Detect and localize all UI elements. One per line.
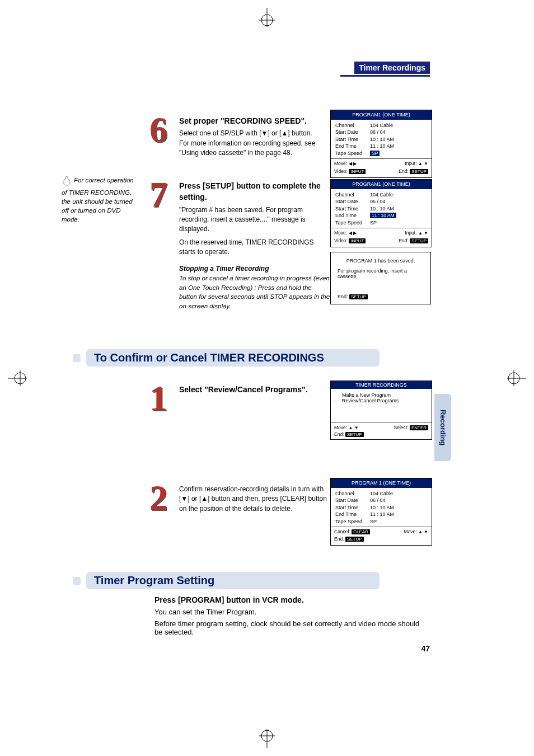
osd6-r3-label: End Time (335, 143, 370, 150)
clear-btn-icon: CLEAR (352, 529, 370, 534)
osdc-r3-label: End Time (335, 511, 370, 518)
osdc-title: PROGRAM 1 (ONE TIME) (331, 478, 432, 488)
step7-line2: On the reserved time, TIMER RECORDINGS s… (179, 238, 330, 257)
osdc-r2-value: 10 : 10 AM (370, 504, 427, 511)
osdc-r0-label: Channel (335, 490, 370, 497)
osd7-r0-value: 104 Cable (370, 191, 427, 199)
osd7-r1-value: 06 / 04 (370, 198, 427, 205)
crop-mark-top (256, 8, 278, 27)
enter-btn-icon: ENTER (410, 425, 428, 430)
header-rule (340, 75, 430, 77)
up-down-icon: ▲ ▼ (418, 529, 428, 535)
osd6-input-lbl: Input: (405, 161, 416, 166)
osd7-r4-value: SP (370, 219, 427, 227)
tip-text: For correct operation of TIMER RECORDING… (62, 177, 134, 223)
menu-select-lbl: Select: (394, 425, 409, 430)
setup-btn-icon: SETUP (345, 537, 364, 542)
osd6-move-lbl: Move: (334, 161, 347, 166)
osd7-end-lbl: End: (399, 238, 409, 243)
step7-italic: To stop or cancel a timer recording in p… (179, 274, 330, 311)
osd6-r1-label: Start Date (335, 129, 370, 136)
osd7-r3-label: End Time (335, 212, 370, 219)
bottom-line1: You can set the Timer Program. (154, 608, 429, 616)
osd-program1-step7: PROGRAM1 (ONE TIME) Channel104 Cable Sta… (330, 179, 432, 247)
osd6-r4-value: SP (370, 151, 380, 156)
setup-btn-icon: SETUP (410, 238, 428, 243)
step-number-6: 6 (144, 112, 172, 148)
osd6-end-lbl: End: (399, 168, 409, 174)
left-right-icon: ◀ ▶ (349, 161, 357, 167)
sidebar-label: Recording (439, 410, 447, 445)
osd7-r2-label: Start Time (335, 205, 370, 213)
osdc-r4-value: SP (370, 518, 427, 525)
osdc-r3-value: 11 : 10 AM (370, 511, 427, 518)
osd-saved-message: PROGRAM 1 has been saved. For program re… (330, 252, 431, 304)
osd7-r3-value: 11 : 10 AM (370, 213, 396, 218)
section-timer-title: Timer Program Setting (86, 572, 380, 589)
osd6-r0-label: Channel (335, 122, 370, 129)
osd-msg-line1: PROGRAM 1 has been saved. (338, 258, 424, 264)
osd6-video-lbl: Video: (334, 168, 348, 174)
step1b-title: Select "Review/Cancel Programs". (179, 384, 308, 395)
menu-item-review: Review/Cancel Programs (342, 398, 399, 403)
crop-mark-right (507, 367, 526, 389)
osd7-input-lbl: Input: (405, 230, 416, 236)
osd7-r1-label: Start Date (335, 198, 370, 205)
step-number-2b: 2 (144, 480, 172, 516)
osd6-r2-value: 10 : 10 AM (370, 136, 427, 143)
osd7-r2-value: 10 : 10 AM (370, 205, 427, 213)
osd7-move-lbl: Move: (334, 230, 347, 236)
osd-msg-line2: For program recording, insert a cassette… (338, 268, 424, 279)
osdc-r2-label: Start Time (335, 504, 370, 511)
osd-timer-menu: TIMER RECORDINGS Make a New Program ☞Rev… (330, 381, 432, 440)
osd6-r3-value: 11 : 10 AM (370, 143, 427, 150)
step6-line1: Select one of SP/SLP with [▼] or [▲] but… (179, 129, 330, 138)
setup-btn-icon: SETUP (349, 294, 368, 299)
setup-btn-icon: SETUP (345, 432, 364, 437)
menu-move-lbl: Move: (334, 425, 347, 430)
input-btn-icon: INPUT (349, 238, 366, 243)
section-confirm-title: To Confirm or Cancel TIMER RECORDINGS (86, 349, 380, 367)
up-down-icon: ▲ ▼ (418, 230, 428, 236)
osd6-r2-label: Start Time (335, 136, 370, 143)
osdc-move-lbl: Move: (404, 529, 416, 534)
menu-end-lbl: End: (334, 431, 344, 437)
left-right-icon: ◀ ▶ (349, 230, 357, 236)
osdc-r1-value: 06 / 04 (370, 497, 427, 504)
step7-subtitle: Stopping a Timer Recording (179, 264, 330, 274)
osd7-video-lbl: Video: (334, 238, 348, 243)
up-down-icon: ▲ ▼ (349, 425, 359, 430)
osd6-r1-value: 06 / 04 (370, 129, 427, 136)
tip-aside: For correct operation of TIMER RECORDING… (62, 176, 134, 224)
osd6-r0-value: 104 Cable (370, 122, 427, 129)
osd-msg-end-lbl: End: (338, 294, 348, 299)
pointer-icon: ☞ (335, 398, 342, 403)
hand-icon (62, 176, 72, 188)
section-bullet (73, 354, 81, 362)
step2b-text: Confirm reservation-recording details in… (179, 485, 330, 514)
crop-mark-left (8, 367, 27, 389)
osd7-title: PROGRAM1 (ONE TIME) (331, 180, 432, 189)
sidebar-tab-recording: Recording (434, 394, 451, 461)
osdc-cancel-lbl: Cancel: (334, 529, 350, 534)
step-number-1b: 1 (144, 381, 172, 416)
osd6-title: PROGRAM1 (ONE TIME) (331, 110, 432, 120)
bottom-title: Press [PROGRAM] button in VCR mode. (154, 595, 429, 604)
osd7-r4-label: Tape Speed (335, 219, 370, 227)
osdc-r4-label: Tape Speed (335, 518, 370, 525)
header-tag: Timer Recordings (354, 62, 430, 74)
osd6-r4-label: Tape Speed (335, 150, 370, 157)
setup-btn-icon: SETUP (410, 169, 428, 174)
osd-menu-title: TIMER RECORDINGS (331, 381, 432, 389)
menu-item-new: Make a New Program (342, 392, 391, 398)
osd-program1-confirm: PROGRAM 1 (ONE TIME) Channel104 Cable St… (330, 478, 432, 546)
input-btn-icon: INPUT (349, 169, 366, 174)
up-down-icon: ▲ ▼ (418, 161, 428, 167)
step7-title: Press [SETUP] button to complete the set… (179, 180, 330, 203)
page-number: 47 (421, 644, 430, 653)
bottom-line2: Before timer program setting, clock shou… (154, 619, 429, 636)
step-number-7: 7 (144, 177, 172, 213)
step6-line2: For more information on recording speed,… (179, 139, 330, 158)
step6-title: Set proper "RECORDING SPEED". (179, 115, 330, 126)
osdc-r0-value: 104 Cable (370, 490, 427, 497)
